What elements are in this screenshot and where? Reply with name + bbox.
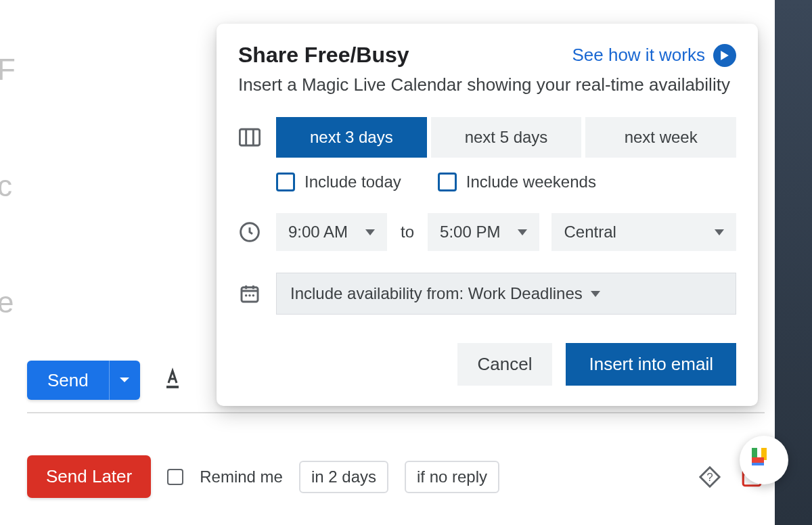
schedule-row: Send Later Remind me in 2 days if no rep… — [27, 455, 765, 498]
checkbox-icon — [438, 173, 457, 191]
popover-subtitle: Insert a Magic Live Calendar showing you… — [238, 74, 736, 95]
clock-icon — [238, 221, 261, 244]
range-segmented: next 3 days next 5 days next week — [276, 117, 736, 158]
include-today-checkbox[interactable]: Include today — [276, 173, 401, 191]
chevron-down-icon — [715, 229, 724, 235]
availability-source-select[interactable]: Include availability from: Work Deadline… — [276, 273, 736, 315]
remind-me-label: Remind me — [200, 467, 283, 486]
svg-point-6 — [248, 294, 250, 296]
popover-link-label: See how it works — [572, 45, 705, 66]
popover-title: Share Free/Busy — [238, 43, 409, 68]
checkbox-icon — [276, 173, 295, 191]
send-dropdown-button[interactable] — [109, 361, 140, 400]
range-next-3-days[interactable]: next 3 days — [276, 117, 427, 158]
include-weekends-checkbox[interactable]: Include weekends — [438, 173, 596, 191]
include-today-label: Include today — [304, 173, 401, 191]
svg-point-7 — [252, 294, 254, 296]
text-format-icon[interactable] — [160, 367, 185, 394]
calendar-dots-icon — [238, 282, 261, 305]
plus-fab[interactable] — [740, 436, 788, 484]
google-plus-icon — [752, 448, 776, 472]
cancel-button[interactable]: Cancel — [457, 343, 553, 386]
send-split-button: Send — [27, 361, 140, 400]
columns-icon — [238, 126, 261, 149]
start-time-select[interactable]: 9:00 AM — [276, 213, 387, 251]
chevron-down-icon — [365, 229, 375, 235]
svg-rect-2 — [240, 129, 259, 145]
chip-condition[interactable]: if no reply — [405, 461, 499, 493]
start-time-value: 9:00 AM — [288, 223, 348, 242]
see-how-it-works-link[interactable]: See how it works — [572, 44, 736, 67]
send-later-button[interactable]: Send Later — [27, 455, 151, 498]
include-weekends-label: Include weekends — [466, 173, 596, 191]
svg-text:?: ? — [706, 470, 713, 483]
timezone-value: Central — [564, 223, 616, 242]
background-hint-letters: Fce — [0, 41, 17, 332]
play-icon — [713, 44, 736, 67]
range-next-5-days[interactable]: next 5 days — [431, 117, 582, 158]
chip-delay[interactable]: in 2 days — [299, 461, 388, 493]
range-next-week[interactable]: next week — [585, 117, 736, 158]
end-time-select[interactable]: 5:00 PM — [428, 213, 539, 251]
send-button[interactable]: Send — [27, 361, 109, 400]
help-diamond-icon[interactable]: ? — [697, 464, 723, 490]
end-time-value: 5:00 PM — [440, 223, 500, 242]
timezone-select[interactable]: Central — [551, 213, 736, 251]
insert-into-email-button[interactable]: Insert into email — [566, 343, 736, 386]
share-free-busy-popover: Share Free/Busy See how it works Insert … — [217, 24, 758, 406]
availability-source-value: Include availability from: Work Deadline… — [290, 284, 583, 303]
remind-me-checkbox[interactable] — [167, 469, 183, 485]
chevron-down-icon — [591, 291, 600, 297]
to-label: to — [401, 223, 414, 242]
chevron-down-icon — [518, 229, 527, 235]
svg-point-5 — [245, 294, 247, 296]
